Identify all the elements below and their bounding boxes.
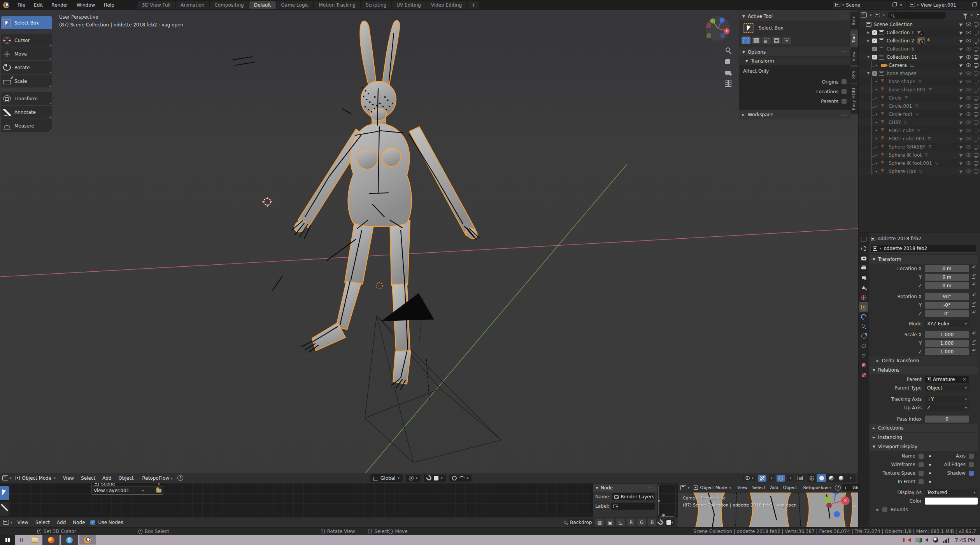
properties-tab-material[interactable] <box>859 360 868 370</box>
lock-icon[interactable] <box>972 276 975 279</box>
help-icon[interactable]: ? <box>835 485 841 491</box>
selectable-icon[interactable] <box>959 47 964 51</box>
partial-node[interactable]: − <box>658 484 675 517</box>
checkbox[interactable] <box>969 454 974 459</box>
disable-viewport-icon[interactable] <box>974 145 978 148</box>
outliner-row[interactable]: ▼ bone shapes ▼ * ▽ <box>859 69 980 77</box>
lock-icon[interactable] <box>972 333 975 336</box>
expand-icon[interactable]: ▸ <box>876 153 881 157</box>
parent-field[interactable]: Armature× <box>925 376 969 383</box>
outliner-row[interactable]: Collection 5 ▼ * ▽ <box>859 45 980 53</box>
expand-icon[interactable]: ▸ <box>876 96 881 100</box>
disable-viewport-icon[interactable] <box>974 88 978 91</box>
selectable-icon[interactable] <box>959 38 964 42</box>
object-name-field[interactable]: ▾ oddette 2018 feb2 <box>870 244 977 253</box>
muted-audio-icon[interactable] <box>908 538 911 542</box>
disable-viewport-icon[interactable] <box>974 104 978 108</box>
new-collection-icon[interactable] <box>976 13 980 17</box>
zoom-icon[interactable] <box>726 47 730 52</box>
selectable-icon[interactable] <box>959 128 964 132</box>
relations-header[interactable]: ▼Relations <box>870 366 978 374</box>
workspace-tab[interactable]: Animation <box>176 1 209 9</box>
mode-set-button[interactable] <box>742 37 750 44</box>
selectable-icon[interactable] <box>959 79 964 83</box>
outliner-row[interactable]: ▸ FOOT cube.001 ▼ * ▽ <box>859 135 980 143</box>
hide-icon[interactable] <box>966 31 971 34</box>
skype-button[interactable]: S <box>61 535 78 545</box>
pass-index-field[interactable]: 0 <box>925 416 969 423</box>
channel-button[interactable]: R <box>627 519 635 526</box>
viewport-menu-item[interactable]: View <box>735 485 750 490</box>
properties-tab-particles[interactable] <box>859 321 868 331</box>
mode-dropdown[interactable]: Object Mode ▾ <box>13 475 58 482</box>
use-nodes-checkbox[interactable]: ✓ <box>90 520 95 525</box>
mode-extend-button[interactable] <box>752 37 761 44</box>
mode-subtract-button[interactable] <box>762 37 771 44</box>
hide-icon[interactable] <box>966 63 971 67</box>
properties-tab-object-data[interactable] <box>859 351 868 360</box>
expand-icon[interactable]: ▸ <box>876 129 881 132</box>
hide-icon[interactable] <box>966 104 971 108</box>
checkbox[interactable] <box>842 89 847 94</box>
transform-subheader[interactable]: ▼ Transform <box>739 57 850 65</box>
tool-button[interactable]: Measure <box>1 119 52 132</box>
viewport-menu-item[interactable]: Add <box>768 485 780 490</box>
outliner-row[interactable]: ▸ Sphere IK foot.001 ▼ * ▽ <box>859 159 980 167</box>
selectable-icon[interactable] <box>959 87 964 91</box>
outliner-row[interactable]: ▼ Collection 11 ▼ * ▽ <box>859 53 980 61</box>
xray-toggle[interactable] <box>796 475 805 481</box>
new-scene-icon[interactable] <box>892 3 896 7</box>
workspace-tab[interactable]: 3D View Full <box>137 1 175 9</box>
start-button[interactable] <box>0 535 15 545</box>
menubar-item[interactable]: File <box>13 2 30 8</box>
update-status-icon[interactable] <box>915 538 920 542</box>
outliner-row[interactable]: Scene Collection ▼ * ▽ <box>859 20 980 28</box>
collection-checkbox[interactable] <box>872 55 877 59</box>
file-explorer-button[interactable] <box>28 535 41 545</box>
outliner-row[interactable]: ▸ Sphere IK foot ▼ * ▽ <box>859 151 980 159</box>
navigation-gizmo[interactable]: X <box>705 16 731 41</box>
editor-type-icon[interactable] <box>3 520 9 525</box>
hide-icon[interactable] <box>966 80 971 83</box>
sidebar-tab[interactable]: Easy HDRI <box>850 84 858 114</box>
clear-icon[interactable]: × <box>156 483 161 487</box>
outliner-row[interactable]: ▸ Sphere GRABBY ▼ * ▽ <box>859 143 980 151</box>
hide-icon[interactable] <box>966 39 971 42</box>
panel-grip[interactable]: :::: <box>841 112 847 117</box>
value-field[interactable]: 0° <box>925 310 969 317</box>
animate-dot-icon[interactable] <box>929 472 931 474</box>
disable-viewport-icon[interactable] <box>974 112 978 116</box>
outliner-row[interactable]: ▸ base shape.001 ▼ * ▽ <box>859 86 980 94</box>
selectable-icon[interactable] <box>959 112 964 116</box>
sidebar-tab[interactable]: Item <box>850 12 858 29</box>
outliner-row[interactable]: ▶ Collection 2 ▼6 * ▽ <box>859 37 980 45</box>
value-field[interactable]: 0 m <box>925 282 969 289</box>
node-panel-header[interactable]: ▼ Node :::: <box>593 484 657 492</box>
hide-icon[interactable] <box>966 153 971 157</box>
viewport-menu-item[interactable]: Select <box>77 475 99 481</box>
hide-icon[interactable] <box>966 169 971 173</box>
lock-icon[interactable] <box>972 304 975 307</box>
hide-icon[interactable] <box>966 129 971 132</box>
hide-icon[interactable] <box>966 145 971 148</box>
workspace-tab[interactable]: UV Editing <box>392 1 426 9</box>
bounds-row[interactable]: ► Bounds <box>870 505 978 514</box>
outliner-row[interactable]: ▸ Circle foot ▼ * ▽ <box>859 110 980 118</box>
backdrop-button[interactable]: Backdrop <box>568 519 593 526</box>
material-shading-button[interactable] <box>826 474 836 482</box>
lock-icon[interactable] <box>972 284 975 287</box>
lock-icon[interactable] <box>972 267 975 270</box>
properties-tab-output[interactable] <box>859 263 868 273</box>
disable-viewport-icon[interactable] <box>974 129 978 132</box>
viewport-menu-item[interactable]: Add <box>99 475 115 481</box>
rendered-shading-button[interactable] <box>836 474 846 482</box>
selectable-icon[interactable] <box>959 22 964 26</box>
disable-viewport-icon[interactable] <box>974 39 978 42</box>
viewport-menu-item[interactable]: View <box>60 475 77 481</box>
disable-viewport-icon[interactable] <box>974 72 978 75</box>
properties-tab-view-layer[interactable] <box>859 273 868 283</box>
checkbox[interactable] <box>882 507 887 512</box>
panel-grip[interactable]: :::: <box>648 486 655 490</box>
workspace-tab[interactable]: Motion Tracking <box>314 1 360 9</box>
retopoflow-menu[interactable]: RetopoFlow ▾ <box>801 485 834 490</box>
